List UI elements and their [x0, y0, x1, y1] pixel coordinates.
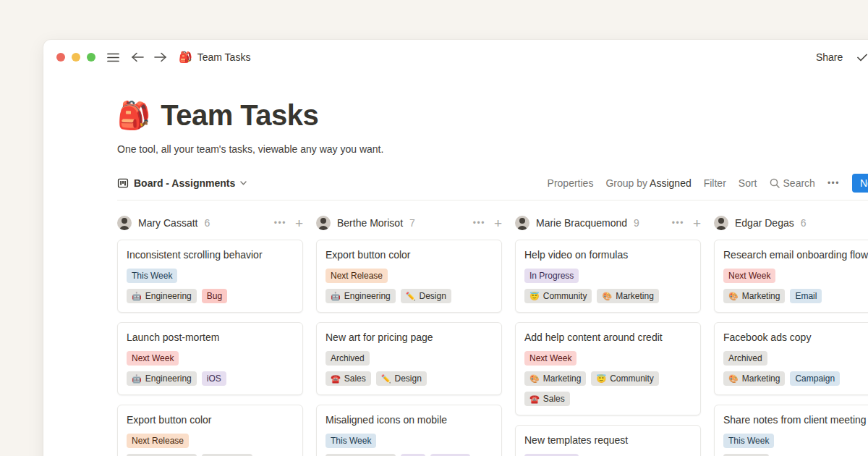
tag-pill: Email [790, 289, 822, 303]
card-title: Misaligned icons on mobile [326, 413, 493, 427]
search-label: Search [783, 177, 815, 189]
task-card[interactable]: Research email onboarding flows Next Wee… [714, 240, 868, 313]
more-options-icon[interactable]: ••• [827, 178, 840, 188]
task-card[interactable]: Misaligned icons on mobile This Week 🤖En… [316, 405, 502, 456]
group-by-button[interactable]: Group by Assigned [605, 177, 691, 189]
robot-icon: 🤖 [331, 290, 341, 302]
board-column: Berthe Morisot 7 ••• + Export button col… [316, 215, 502, 456]
app-window: 🎒 Team Tasks Share Upd 🎒 Team Tasks One … [43, 40, 868, 456]
column-header: Edgar Degas 6 ••• + [714, 215, 868, 231]
share-button[interactable]: Share [816, 51, 843, 63]
page-subtitle: One tool, all your team's tasks, viewabl… [117, 143, 868, 155]
column-header: Marie Bracquemond 9 ••• + [515, 215, 701, 231]
assignee-avatar [316, 216, 331, 230]
minimize-window-button[interactable] [72, 53, 80, 62]
group-by-label: Group by [605, 177, 647, 189]
status-badge: Next Release [127, 434, 189, 448]
status-badge: Next Week [723, 269, 775, 283]
tag-pill: 🎨Marketing [723, 371, 785, 386]
titlebar-doc-title: Team Tasks [197, 51, 251, 63]
halo-face-icon: 😇 [596, 373, 606, 384]
status-badge: Next Week [127, 351, 179, 366]
column-more-icon[interactable]: ••• [672, 218, 684, 228]
task-card[interactable]: Add help content around credit Next Week… [515, 322, 701, 415]
card-tags: 🤖EngineeringiOS [127, 371, 294, 386]
palette-icon: 🎨 [728, 373, 739, 384]
column-more-icon[interactable]: ••• [274, 218, 286, 228]
palette-icon: 🎨 [529, 373, 540, 384]
column-cards: Export button color Next Release 🤖Engine… [316, 240, 502, 456]
tag-pill: 😇Community [524, 289, 592, 303]
card-title: Help video on formulas [524, 248, 692, 262]
forward-arrow-icon[interactable] [154, 52, 167, 62]
column-more-icon[interactable]: ••• [473, 218, 485, 228]
column-name: Mary Cassatt [138, 217, 197, 229]
breadcrumb[interactable]: 🎒 Team Tasks [179, 51, 250, 64]
telephone-icon: ☎️ [529, 393, 540, 405]
view-switcher[interactable]: Board - Assignments [117, 177, 247, 189]
task-card[interactable]: Export button color Next Release 🤖Engine… [316, 240, 502, 313]
card-tags: 🎨MarketingCampaign [723, 371, 868, 386]
tag-pill: iOS [202, 371, 226, 386]
assignee-avatar [714, 216, 728, 230]
column-count: 9 [634, 217, 639, 229]
column-add-card-icon[interactable]: + [693, 216, 701, 230]
chevron-down-icon [240, 181, 247, 185]
task-card[interactable]: Share notes from client meeting This Wee… [714, 405, 868, 456]
task-card[interactable]: New art for pricing page Archived ☎️Sale… [316, 322, 502, 395]
card-title: Research email onboarding flows [723, 248, 868, 262]
maximize-window-button[interactable] [87, 53, 95, 62]
filter-button[interactable]: Filter [704, 177, 726, 189]
card-title: New templates request [524, 433, 692, 447]
column-cards: Inconsistent scrolling behavior This Wee… [117, 240, 303, 456]
status-badge: Next Week [524, 351, 576, 366]
updates-button[interactable]: Upd [857, 51, 868, 63]
tag-pill: ☎️Sales [326, 371, 371, 386]
search-button[interactable]: Search [770, 177, 815, 189]
column-header: Mary Cassatt 6 ••• + [117, 215, 303, 231]
close-window-button[interactable] [56, 53, 65, 62]
menu-icon[interactable] [107, 53, 119, 62]
card-title: Export button color [127, 413, 294, 427]
task-card[interactable]: Launch post-mortem Next Week 🤖Engineerin… [117, 322, 303, 395]
task-card[interactable]: New templates request In Progress 🎨Marke… [515, 425, 701, 456]
backpack-icon: 🎒 [179, 51, 192, 64]
status-badge: In Progress [524, 269, 579, 283]
column-header: Berthe Morisot 7 ••• + [316, 215, 502, 231]
tag-pill: Bug [202, 289, 227, 303]
backpack-icon: 🎒 [117, 100, 150, 131]
tag-pill: ✏️Design [401, 289, 451, 303]
status-badge: This Week [326, 434, 376, 448]
task-card[interactable]: Facebook ads copy Archived 🎨MarketingCam… [714, 322, 868, 395]
titlebar: 🎒 Team Tasks Share Upd [43, 40, 868, 75]
new-button[interactable]: New [852, 174, 868, 193]
telephone-icon: ☎️ [331, 373, 341, 384]
column-count: 7 [409, 217, 415, 229]
card-tags: ☎️Sales✏️Design [326, 371, 493, 386]
card-title: Facebook ads copy [723, 330, 868, 345]
card-tags: 🎨Marketing😇Community☎️Sales [524, 371, 692, 406]
card-tags: 🤖Engineering✏️Design [326, 289, 493, 303]
column-name: Edgar Degas [735, 217, 794, 229]
task-card[interactable]: Export button color Next Release 🤖Engine… [117, 405, 303, 456]
view-toolbar: Board - Assignments Properties Group by … [117, 174, 868, 200]
search-icon [770, 178, 780, 188]
robot-icon: 🤖 [132, 290, 142, 302]
properties-button[interactable]: Properties [548, 177, 594, 189]
status-badge: This Week [723, 434, 774, 448]
back-arrow-icon[interactable] [131, 52, 144, 62]
card-title: Inconsistent scrolling behavior [127, 248, 294, 262]
pencil-icon: ✏️ [381, 373, 391, 384]
column-count: 6 [204, 217, 210, 229]
column-add-card-icon[interactable]: + [295, 216, 303, 230]
column-name: Berthe Morisot [337, 217, 403, 229]
tag-pill: 🎨Marketing [723, 289, 785, 303]
board-column: Edgar Degas 6 ••• + Research email onboa… [714, 215, 868, 456]
sort-button[interactable]: Sort [739, 177, 757, 189]
tag-pill: 🎨Marketing [524, 371, 586, 386]
task-card[interactable]: Inconsistent scrolling behavior This Wee… [117, 240, 303, 313]
task-card[interactable]: Help video on formulas In Progress 😇Comm… [515, 240, 701, 313]
halo-face-icon: 😇 [529, 290, 540, 302]
tag-pill: 🎨Marketing [597, 289, 658, 303]
column-add-card-icon[interactable]: + [494, 216, 502, 230]
